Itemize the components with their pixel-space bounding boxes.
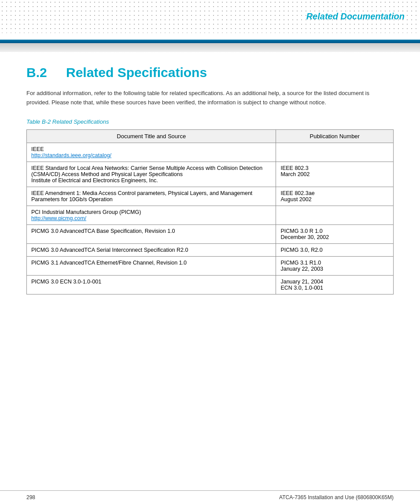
pub-date: January 21, 2004 — [280, 279, 389, 285]
table-cell-pub: IEEE 802.3 March 2002 — [276, 162, 394, 187]
table-cell-pub: PICMG 3.1 R1.0 January 22, 2003 — [276, 256, 394, 275]
specifications-table: Document Title and Source Publication Nu… — [26, 129, 394, 294]
blue-bar — [0, 40, 420, 43]
table-cell-doc: IEEE Standard for Local Area Networks: C… — [27, 162, 276, 187]
pub-date: August 2002 — [280, 196, 389, 202]
section-number: B.2 — [26, 65, 53, 80]
doc-title: IEEE Amendment 1: Media Access Control p… — [31, 190, 271, 202]
section-title: Related Specifications — [66, 65, 207, 80]
doc-title: PICMG 3.0 AdvancedTCA Base Specification… — [31, 228, 271, 234]
pub-date: December 30, 2002 — [280, 234, 389, 240]
document-title: ATCA-7365 Installation and Use (6806800K… — [279, 494, 394, 500]
doc-source: Institute of Electrical and Electronics … — [31, 177, 271, 184]
table-cell-doc: IEEE Amendment 1: Media Access Control p… — [27, 187, 276, 206]
col-header-pub: Publication Number — [276, 129, 394, 143]
doc-title: IEEE Standard for Local Area Networks: C… — [31, 165, 271, 177]
doc-title: PCI Industrial Manufacturers Group (PICM… — [31, 209, 271, 215]
table-cell-pub: PICMG 3.0 R 1.0 December 30, 2002 — [276, 224, 394, 243]
table-header-row: Document Title and Source Publication Nu… — [27, 129, 394, 143]
table-cell-pub — [276, 206, 394, 224]
table-row: IEEE Amendment 1: Media Access Control p… — [27, 187, 394, 206]
table-cell-pub — [276, 143, 394, 162]
table-cell-pub: PICMG 3.0, R2.0 — [276, 243, 394, 256]
pub-number: PICMG 3.1 R1.0 — [280, 260, 389, 266]
doc-title: PICMG 3.0 ECN 3.0-1.0-001 — [31, 279, 271, 285]
table-caption: Table B-2 Related Specifications — [26, 118, 394, 125]
table-cell-doc: PICMG 3.1 AdvancedTCA Ethernet/Fibre Cha… — [27, 256, 276, 275]
pub-number: IEEE 802.3 — [280, 165, 389, 171]
table-row: IEEE Standard for Local Area Networks: C… — [27, 162, 394, 187]
intro-paragraph: For additional information, refer to the… — [26, 89, 394, 107]
pub-number: PICMG 3.0, R2.0 — [280, 247, 389, 253]
header-title-area: Related Documentation — [306, 0, 407, 33]
pub-number: PICMG 3.0 R 1.0 — [280, 228, 389, 234]
section-heading: B.2 Related Specifications — [26, 65, 394, 80]
col-header-doc: Document Title and Source — [27, 129, 276, 143]
doc-title: PICMG 3.1 AdvancedTCA Ethernet/Fibre Cha… — [31, 260, 271, 266]
table-cell-doc: PICMG 3.0 ECN 3.0-1.0-001 — [27, 275, 276, 294]
table-row: PICMG 3.1 AdvancedTCA Ethernet/Fibre Cha… — [27, 256, 394, 275]
gray-bar — [0, 43, 420, 52]
doc-title: PICMG 3.0 AdvancedTCA Serial Interconnec… — [31, 247, 271, 253]
doc-title: IEEE — [31, 146, 271, 152]
table-cell-doc: PCI Industrial Manufacturers Group (PICM… — [27, 206, 276, 224]
table-row: PICMG 3.0 ECN 3.0-1.0-001 January 21, 20… — [27, 275, 394, 294]
pub-date: January 22, 2003 — [280, 266, 389, 272]
page-number: 298 — [26, 494, 35, 500]
table-row: PICMG 3.0 AdvancedTCA Serial Interconnec… — [27, 243, 394, 256]
picmg-link[interactable]: http://www.picmg.com/ — [31, 215, 86, 221]
table-cell-pub: January 21, 2004 ECN 3.0, 1.0-001 — [276, 275, 394, 294]
table-row: IEEE http://standards.ieee.org/catalog/ — [27, 143, 394, 162]
table-cell-pub: IEEE 802.3ae August 2002 — [276, 187, 394, 206]
table-cell-doc: IEEE http://standards.ieee.org/catalog/ — [27, 143, 276, 162]
pub-number: IEEE 802.3ae — [280, 190, 389, 196]
page-header-title: Related Documentation — [306, 11, 405, 22]
main-content: B.2 Related Specifications For additiona… — [0, 52, 420, 330]
table-row: PICMG 3.0 AdvancedTCA Base Specification… — [27, 224, 394, 243]
pub-ecn: ECN 3.0, 1.0-001 — [280, 285, 389, 291]
footer: 298 ATCA-7365 Installation and Use (6806… — [0, 490, 420, 504]
table-row: PCI Industrial Manufacturers Group (PICM… — [27, 206, 394, 224]
ieee-link[interactable]: http://standards.ieee.org/catalog/ — [31, 152, 111, 158]
header: Related Documentation — [0, 0, 420, 40]
table-cell-doc: PICMG 3.0 AdvancedTCA Serial Interconnec… — [27, 243, 276, 256]
pub-date: March 2002 — [280, 171, 389, 177]
table-cell-doc: PICMG 3.0 AdvancedTCA Base Specification… — [27, 224, 276, 243]
